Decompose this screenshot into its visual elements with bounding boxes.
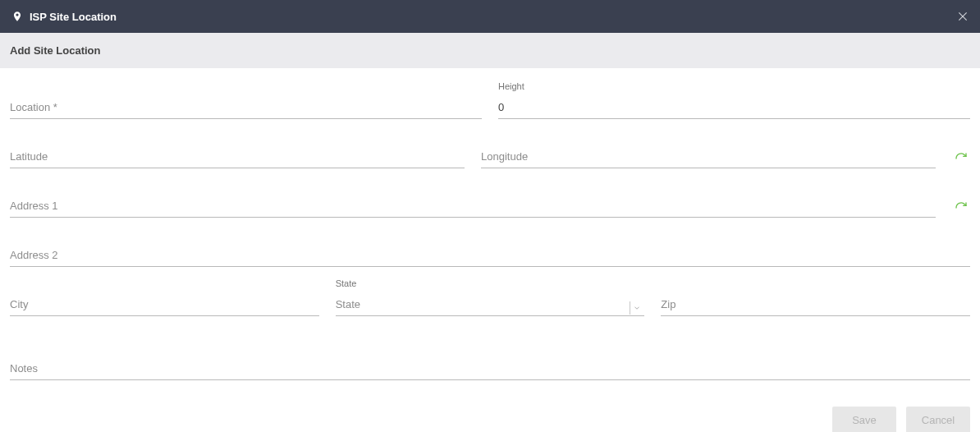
height-field-wrap: Height: [498, 81, 970, 122]
location-input[interactable]: [10, 96, 482, 119]
state-select[interactable]: State: [336, 293, 645, 316]
refresh-latlng-button[interactable]: [952, 152, 970, 172]
chevron-down-icon: [630, 301, 643, 315]
city-input[interactable]: [10, 293, 319, 316]
modal-title: ISP Site Location: [30, 11, 117, 23]
address2-input[interactable]: [10, 244, 970, 267]
titlebar: ISP Site Location: [0, 0, 980, 33]
notes-input[interactable]: [10, 357, 970, 380]
close-icon[interactable]: [957, 11, 969, 22]
zip-input[interactable]: [661, 293, 970, 316]
action-bar: Save Cancel: [0, 384, 980, 432]
form-body: Height: [0, 68, 980, 384]
zip-field-wrap: [661, 278, 970, 319]
latitude-input[interactable]: [10, 145, 465, 168]
location-field-wrap: [10, 81, 482, 122]
location-pin-icon: [11, 11, 23, 22]
longitude-field-wrap: [481, 131, 936, 172]
cancel-button[interactable]: Cancel: [906, 407, 970, 432]
refresh-address-button[interactable]: [952, 201, 970, 221]
height-input[interactable]: [498, 96, 970, 119]
city-field-wrap: [10, 278, 319, 319]
notes-field-wrap: [10, 342, 970, 384]
save-button[interactable]: Save: [832, 407, 896, 432]
longitude-input[interactable]: [481, 145, 936, 168]
latitude-field-wrap: [10, 131, 465, 172]
form-section-header: Add Site Location: [0, 33, 980, 68]
state-label: State: [336, 278, 357, 288]
state-select-placeholder: State: [336, 298, 360, 310]
height-label: Height: [498, 81, 524, 91]
state-field-wrap: State State: [336, 278, 645, 319]
modal: ISP Site Location Add Site Location Heig…: [0, 0, 980, 432]
address1-field-wrap: [10, 180, 936, 221]
address1-input[interactable]: [10, 195, 936, 218]
address2-field-wrap: [10, 229, 970, 270]
